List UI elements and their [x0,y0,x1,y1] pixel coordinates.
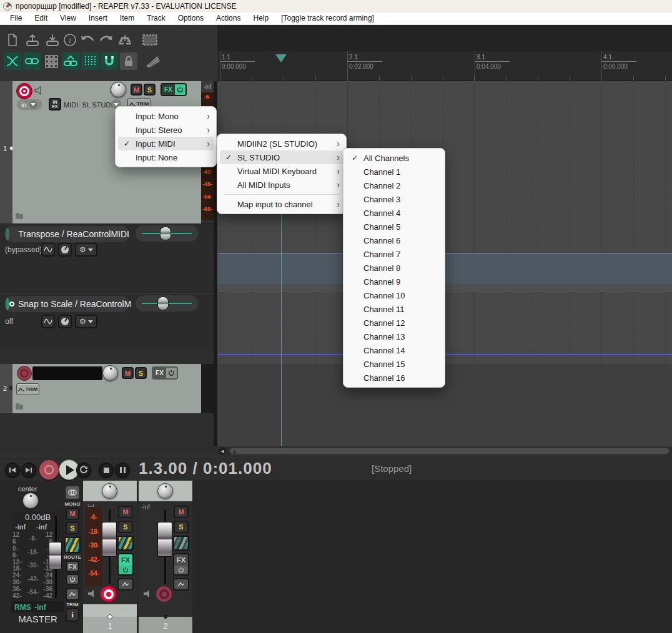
menu-item-all-midi-inputs[interactable]: All MIDI Inputs› [220,178,343,192]
fx2-param-knob-button[interactable] [58,315,72,328]
auto-crossfade-icon[interactable] [4,52,21,70]
track2-folder-icon[interactable] [16,405,23,410]
menu-item-input-stereo[interactable]: Input: Stereo› [118,123,214,137]
pause-button[interactable] [115,463,130,478]
menu-item-channel-4[interactable]: Channel 4 [346,206,442,220]
undo-icon[interactable] [79,31,96,49]
menu-item-channel-12[interactable]: Channel 12 [346,316,442,330]
menu-item-channel-2[interactable]: Channel 2 [346,179,442,192]
menu-item-channel-11[interactable]: Channel 11 [346,302,442,316]
track1-record-arm-button[interactable] [16,83,32,99]
record-button[interactable] [39,459,59,480]
fx1-param-knob-button[interactable] [58,243,72,257]
input-dropdown-icon[interactable] [29,101,37,109]
scrollbar-thumb[interactable] [229,448,670,454]
menubar-item-item[interactable]: Item [114,12,141,24]
menu-item-channel-10[interactable]: Channel 10 [346,288,442,302]
strip1-pan-knob[interactable] [102,483,117,499]
track1-solo-button[interactable]: S [144,84,156,96]
menu-item-midiin2-sl-studio[interactable]: MIDIIN2 (SL STUDIO)› [220,137,343,150]
strip2-fx-button[interactable]: FX [173,553,189,576]
go-to-start-button[interactable] [5,463,20,478]
menubar-item-help[interactable]: Help [247,12,275,24]
master-pan-knob[interactable] [22,493,39,509]
group-items-icon[interactable] [23,52,41,70]
fx2-settings-button[interactable]: ⚙ [75,315,97,328]
master-info-button[interactable]: i [66,608,79,622]
menubar-item-insert[interactable]: Insert [82,12,114,24]
strip2-route-button[interactable] [173,536,189,551]
track1-monitor-icon[interactable] [34,86,44,96]
track1-volume-knob[interactable] [111,82,126,97]
strip1-fader[interactable] [102,522,117,557]
docker-icon[interactable] [42,52,60,70]
strip1-envelope-button[interactable] [117,578,134,591]
strip1-solo-button[interactable]: S [118,521,133,533]
fx-slot-2[interactable]: Snap to Scale / ReaControlM off ⚙ [0,293,214,350]
fx1-wet-slider[interactable] [136,225,198,242]
track2-mute-button[interactable]: M [122,367,134,379]
menu-item-channel-8[interactable]: Channel 8 [346,261,442,275]
strip1-record-arm-button[interactable] [100,586,117,602]
strip2-record-arm-button[interactable] [156,586,172,602]
new-project-icon[interactable] [4,31,21,49]
menu-item-input-midi[interactable]: ✓Input: MIDI› [118,137,214,150]
master-mute-button[interactable]: M [66,508,79,520]
menubar-item-toggle-track-record-arming[interactable]: [Toggle track record arming] [275,12,380,24]
strip2-fader[interactable] [157,522,172,557]
menu-item-channel-7[interactable]: Channel 7 [346,247,442,261]
menu-item-all-channels[interactable]: ✓All Channels [346,151,442,165]
menubar-item-edit[interactable]: Edit [28,12,54,24]
track2-fx-button[interactable]: FX [152,366,178,380]
menu-item-channel-9[interactable]: Channel 9 [346,275,442,288]
fx2-header[interactable]: Snap to Scale / ReaControlM [4,296,129,312]
menu-item-channel-1[interactable]: Channel 1 [346,165,442,179]
fx2-envelope-button[interactable] [41,315,55,328]
save-project-icon[interactable] [44,31,61,49]
transport-position-readout[interactable]: 1.3.00 / 0:01.000 [139,459,272,478]
menu-item-map-input-to-channel[interactable]: Map input to channel› [220,197,343,211]
strip2-solo-button[interactable]: S [174,521,189,533]
metronome-icon[interactable] [116,31,134,49]
slider-thumb[interactable] [157,297,169,310]
grid-toggle-icon[interactable] [81,52,99,70]
strip1-route-button[interactable] [117,536,134,551]
master-fader[interactable] [49,542,62,569]
slider-thumb[interactable] [160,227,171,240]
ripple-edit-icon[interactable] [144,52,161,70]
track2-volume-knob[interactable] [102,365,118,381]
menu-item-channel-13[interactable]: Channel 13 [346,330,442,343]
redo-icon[interactable] [97,31,115,49]
strip2-footer[interactable]: 2 [139,617,192,633]
fx1-envelope-button[interactable] [41,243,55,257]
fx-power-icon[interactable] [119,566,132,574]
track2-name-field[interactable] [32,366,102,380]
menu-item-virtual-midi-keyboard[interactable]: Virtual MIDI Keyboard› [220,164,343,178]
stop-button[interactable] [99,463,114,478]
master-mono-button[interactable] [65,486,80,499]
track2-trim-button[interactable]: TRIM [16,383,39,395]
menubar-item-track[interactable]: Track [141,12,172,24]
master-fx-button[interactable]: FX [66,561,79,572]
menu-item-channel-5[interactable]: Channel 5 [346,220,442,233]
master-solo-button[interactable]: S [66,522,79,534]
menubar-item-file[interactable]: File [4,12,28,24]
menu-item-channel-14[interactable]: Channel 14 [346,343,442,357]
envelope-link-icon[interactable] [62,52,79,70]
track2-solo-button[interactable]: S [135,367,147,379]
snap-toggle-icon[interactable] [101,52,118,70]
master-route-button[interactable] [64,537,81,553]
track2-record-arm-button[interactable] [17,366,32,381]
playhead-marker[interactable] [275,54,287,62]
strip1-footer[interactable]: 1 [83,617,137,633]
master-envelope-button[interactable] [66,588,79,601]
fx-power-icon[interactable] [174,566,188,574]
track1-input-mode-button[interactable]: in [17,99,42,110]
menu-item-channel-3[interactable]: Channel 3 [346,192,442,206]
track1-folder-icon[interactable] [16,214,23,219]
menu-item-channel-6[interactable]: Channel 6 [346,233,442,247]
lock-icon[interactable] [120,52,137,70]
project-settings-icon[interactable]: i [61,31,79,49]
menubar-item-options[interactable]: Options [172,12,210,24]
fx1-settings-button[interactable]: ⚙ [75,243,97,257]
